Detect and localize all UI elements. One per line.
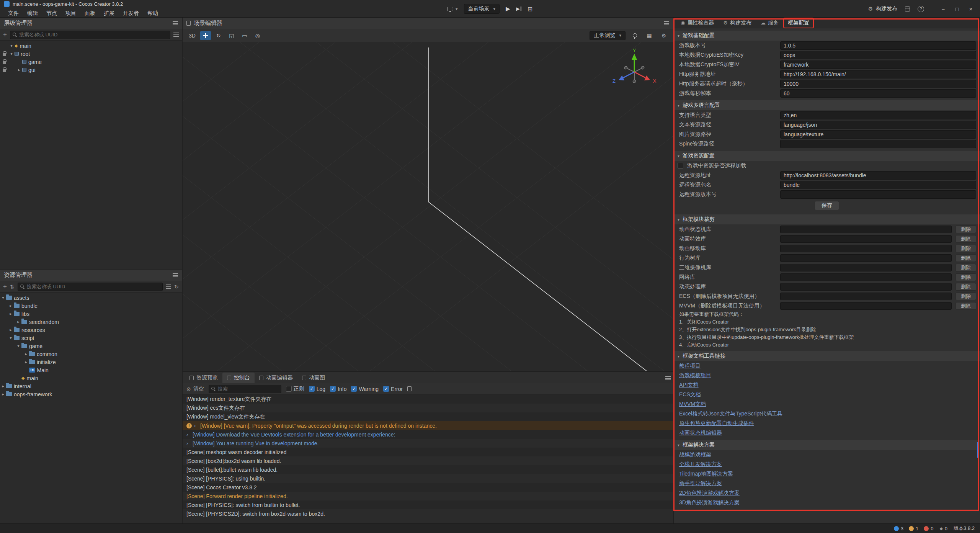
module-field[interactable] bbox=[780, 293, 952, 300]
chevron-right-icon[interactable]: ▸ bbox=[8, 311, 14, 316]
console-log-row[interactable]: ›[Window] Download the Vue Devtools exte… bbox=[183, 430, 673, 439]
tree-row[interactable]: ▸oops-framework bbox=[0, 390, 182, 398]
panel-menu-icon[interactable] bbox=[665, 376, 671, 380]
property-input[interactable] bbox=[780, 80, 976, 88]
clear-console-button[interactable]: ⊘ 清空 bbox=[186, 386, 204, 392]
module-field[interactable] bbox=[780, 264, 952, 271]
doc-link[interactable]: 战棋游戏框架 bbox=[679, 451, 711, 458]
property-input[interactable] bbox=[780, 41, 976, 50]
chevron-right-icon[interactable]: ▸ bbox=[15, 319, 21, 324]
section-header[interactable]: ▾游戏基础配置 bbox=[674, 31, 980, 41]
inspector-tab[interactable]: ◉属性检查器 bbox=[677, 18, 718, 28]
delete-module-button[interactable]: 删除 bbox=[956, 293, 976, 300]
chevron-right-icon[interactable]: ▸ bbox=[16, 67, 22, 72]
tree-row[interactable]: ▸common bbox=[0, 350, 182, 358]
console-tab[interactable]: 动画图 bbox=[297, 373, 330, 383]
tree-row[interactable]: ▾assets bbox=[0, 294, 182, 302]
console-tab[interactable]: 资源预览 bbox=[185, 373, 222, 383]
log-filter[interactable]: ✓Error bbox=[383, 386, 403, 392]
chevron-right-icon[interactable]: ▸ bbox=[23, 352, 29, 356]
tree-row[interactable]: game bbox=[0, 58, 182, 66]
menu-item[interactable]: 扩展 bbox=[100, 9, 119, 17]
log-file-icon[interactable] bbox=[407, 386, 412, 391]
doc-link[interactable]: Tiledmap地图解决方案 bbox=[679, 471, 733, 477]
log-filter[interactable]: ✓Warning bbox=[351, 386, 379, 392]
delete-module-button[interactable]: 删除 bbox=[956, 235, 976, 243]
doc-link[interactable]: 3D角色扮演游戏解决方案 bbox=[679, 499, 740, 506]
tree-row[interactable]: ▸resources bbox=[0, 326, 182, 334]
log-filter[interactable]: ✓Log bbox=[309, 386, 325, 392]
expand-caret-icon[interactable]: › bbox=[194, 423, 198, 428]
delete-module-button[interactable]: 删除 bbox=[956, 226, 976, 233]
tree-row[interactable]: ▾root bbox=[0, 50, 182, 58]
console-log-row[interactable]: [Scene] Cocos Creator v3.8.2 bbox=[183, 483, 673, 492]
section-header[interactable]: ▾框架文档工具链接 bbox=[674, 351, 980, 361]
warning-count[interactable]: 1 bbox=[909, 526, 918, 531]
chevron-right-icon[interactable]: ▸ bbox=[8, 303, 14, 308]
gizmo-space-button[interactable]: ◎ bbox=[252, 31, 263, 40]
menu-item[interactable]: 文件 bbox=[4, 9, 23, 17]
view-mode-select[interactable]: 正常浏览 ▾ bbox=[590, 31, 626, 40]
download-counter[interactable]: ◆ 0 bbox=[939, 526, 947, 531]
hierarchy-search-input[interactable] bbox=[19, 32, 168, 38]
layout-button[interactable]: ⊞ bbox=[528, 5, 532, 13]
tree-row[interactable]: ▸internal bbox=[0, 382, 182, 390]
tree-row[interactable]: ▸bundle bbox=[0, 302, 182, 310]
property-input[interactable] bbox=[780, 89, 976, 98]
menu-item[interactable]: 帮助 bbox=[143, 9, 162, 17]
tree-row[interactable]: ▸initialize bbox=[0, 358, 182, 366]
doc-link[interactable]: ECS文档 bbox=[679, 391, 701, 398]
console-log-row[interactable]: [Scene] meshopt wasm decoder initialized bbox=[183, 448, 673, 456]
tree-row[interactable]: ▸libs bbox=[0, 310, 182, 318]
tree-row[interactable]: ▸gui bbox=[0, 66, 182, 74]
doc-link[interactable]: 原生包热更新配置自动生成插件 bbox=[679, 420, 754, 427]
doc-link[interactable]: 新手引导解决方案 bbox=[679, 480, 722, 487]
inspector-tab[interactable]: ⚙构建发布 bbox=[719, 18, 755, 28]
menu-item[interactable]: 编辑 bbox=[23, 9, 42, 17]
section-header[interactable]: ▾框架解决方案 bbox=[674, 440, 980, 450]
tree-row[interactable]: ▾script bbox=[0, 334, 182, 342]
console-log-row[interactable]: [Scene] Forward render pipeline initiali… bbox=[183, 492, 673, 500]
console-tab[interactable]: 控制台 bbox=[222, 373, 255, 383]
filter-checkbox[interactable]: ✓ bbox=[351, 386, 357, 392]
panel-menu-icon[interactable] bbox=[173, 21, 178, 25]
delete-module-button[interactable]: 删除 bbox=[956, 245, 976, 252]
property-input[interactable] bbox=[780, 111, 976, 119]
doc-link[interactable]: MVVM文档 bbox=[679, 401, 706, 408]
mode-3d-button[interactable]: 3D bbox=[186, 31, 198, 40]
regex-toggle[interactable]: 正则 bbox=[286, 386, 304, 392]
console-log-row[interactable]: [Window] model_view文件夹存在 bbox=[183, 412, 673, 421]
panel-menu-icon[interactable] bbox=[173, 273, 178, 277]
menu-item[interactable]: 节点 bbox=[42, 9, 61, 17]
property-input[interactable] bbox=[780, 60, 976, 69]
device-select[interactable]: ▾ bbox=[448, 7, 458, 11]
doc-link[interactable]: Excel格式转Json文件与TypeScript代码工具 bbox=[679, 410, 782, 417]
doc-link[interactable]: API文档 bbox=[679, 382, 699, 389]
tree-row[interactable]: ▾◆main bbox=[0, 42, 182, 50]
rotate-tool-button[interactable]: ↻ bbox=[213, 31, 224, 40]
move-tool-button[interactable] bbox=[200, 31, 211, 40]
assets-search[interactable] bbox=[18, 283, 163, 291]
chevron-down-icon[interactable]: ▾ bbox=[15, 343, 21, 348]
delete-module-button[interactable]: 删除 bbox=[956, 283, 976, 291]
console-log-row[interactable]: ›[Window] You are running Vue in develop… bbox=[183, 439, 673, 448]
property-input[interactable] bbox=[780, 181, 976, 189]
module-field[interactable] bbox=[780, 273, 952, 281]
property-input[interactable] bbox=[780, 140, 976, 148]
filter-checkbox[interactable]: ✓ bbox=[330, 386, 336, 392]
menu-item[interactable]: 开发者 bbox=[119, 9, 143, 17]
delete-module-button[interactable]: 删除 bbox=[956, 273, 976, 281]
property-input[interactable] bbox=[780, 171, 976, 180]
filter-icon[interactable] bbox=[166, 284, 171, 289]
filter-checkbox[interactable]: ✓ bbox=[309, 386, 315, 392]
build-publish-button[interactable]: ⚙ 构建发布 bbox=[868, 5, 897, 12]
console-log-row[interactable]: [Window] ecs文件夹存在 bbox=[183, 404, 673, 412]
module-field[interactable] bbox=[780, 226, 952, 233]
property-input[interactable] bbox=[780, 70, 976, 78]
menu-item[interactable]: 面板 bbox=[80, 9, 100, 17]
expand-caret-icon[interactable]: › bbox=[186, 440, 190, 446]
chevron-down-icon[interactable]: ▾ bbox=[0, 295, 6, 300]
console-search[interactable] bbox=[209, 385, 281, 393]
console-tab[interactable]: 动画编辑器 bbox=[255, 373, 297, 383]
hierarchy-search[interactable] bbox=[10, 31, 170, 39]
